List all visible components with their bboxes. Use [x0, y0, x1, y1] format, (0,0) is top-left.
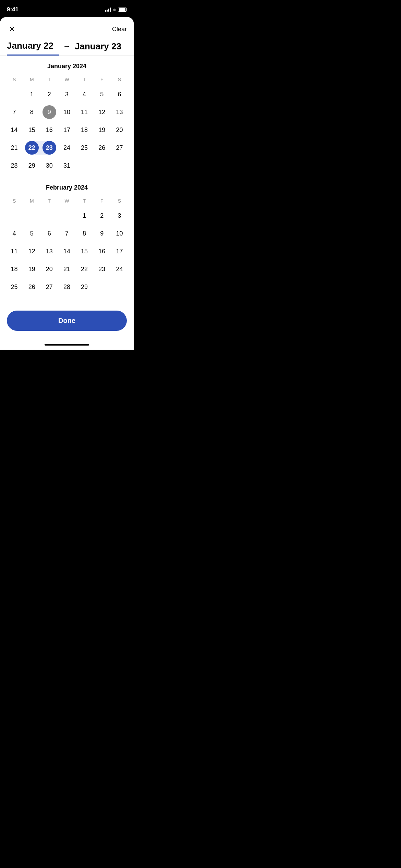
done-button[interactable]: Done [7, 311, 127, 331]
calendar-day[interactable]: 4 [8, 227, 21, 240]
calendar-day[interactable]: 10 [60, 105, 74, 119]
calendar-day[interactable]: 8 [77, 227, 91, 240]
calendar-day[interactable]: 2 [42, 87, 56, 101]
table-row: 25 [5, 279, 23, 295]
table-row: 4 [5, 226, 23, 241]
table-row: 25 [76, 140, 93, 156]
table-row: 27 [111, 140, 128, 156]
home-indicator [0, 341, 134, 350]
calendar-day[interactable]: 19 [25, 262, 39, 276]
calendar-day[interactable]: 28 [8, 159, 21, 172]
end-date-tab[interactable]: January 23 [75, 41, 127, 55]
calendar-day[interactable]: 5 [25, 227, 39, 240]
start-date-tab[interactable]: January 22 [7, 40, 59, 56]
table-row: 9 [40, 104, 58, 120]
calendar-day[interactable]: 22 [25, 141, 39, 155]
february-weekday-row: S M T W T F S [5, 197, 128, 205]
calendar-day[interactable]: 26 [25, 280, 39, 294]
calendar-day[interactable]: 23 [95, 262, 109, 276]
table-row: 20 [111, 122, 128, 138]
calendar-day[interactable]: 21 [8, 141, 21, 155]
status-icons: ⌾ [105, 7, 127, 12]
table-row: 12 [23, 243, 40, 259]
calendar-day[interactable]: 22 [77, 262, 91, 276]
calendar-day[interactable]: 16 [95, 244, 109, 258]
table-row: 3 [58, 86, 75, 102]
calendar-day[interactable]: 24 [60, 141, 74, 155]
calendar-day[interactable]: 29 [77, 280, 91, 294]
calendar-day[interactable]: 29 [25, 159, 39, 172]
clear-button[interactable]: Clear [112, 26, 127, 33]
table-row: 14 [5, 122, 23, 138]
calendar-day[interactable]: 23 [42, 141, 56, 155]
weekday-wed: W [58, 75, 75, 84]
calendar-day[interactable]: 12 [25, 244, 39, 258]
calendar-day[interactable]: 9 [42, 105, 56, 119]
calendar-day[interactable]: 20 [112, 123, 126, 137]
calendar-day[interactable]: 25 [8, 280, 21, 294]
calendar-day[interactable]: 5 [95, 87, 109, 101]
weekday-fri: F [93, 75, 111, 84]
calendar-day[interactable]: 26 [95, 141, 109, 155]
calendar-day[interactable]: 17 [60, 123, 74, 137]
table-row: 15 [76, 243, 93, 259]
calendar-day[interactable]: 2 [95, 209, 109, 222]
calendar-day[interactable]: 24 [112, 262, 126, 276]
table-row: 20 [40, 261, 58, 277]
calendar-day[interactable]: 21 [60, 262, 74, 276]
table-row: 7 [58, 226, 75, 241]
calendar-day[interactable]: 31 [60, 159, 74, 172]
calendar-day[interactable]: 16 [42, 123, 56, 137]
home-bar [45, 344, 89, 346]
calendar-day[interactable]: 11 [77, 105, 91, 119]
calendar-day[interactable]: 27 [42, 280, 56, 294]
table-row: 29 [76, 279, 93, 295]
calendar-day[interactable]: 7 [60, 227, 74, 240]
close-button[interactable]: ✕ [7, 24, 17, 34]
calendar-day[interactable]: 15 [77, 244, 91, 258]
calendar-day[interactable]: 7 [8, 105, 21, 119]
calendar-day[interactable]: 18 [8, 262, 21, 276]
calendar-day[interactable]: 8 [25, 105, 39, 119]
status-time: 9:41 [7, 6, 19, 13]
calendar-day[interactable]: 10 [112, 227, 126, 240]
calendar-day[interactable]: 3 [112, 209, 126, 222]
empty-cell [23, 208, 40, 224]
table-row: 19 [23, 261, 40, 277]
calendar-day[interactable]: 20 [42, 262, 56, 276]
table-row: 31 [58, 158, 75, 173]
table-row: 24 [111, 261, 128, 277]
calendar-day[interactable]: 27 [112, 141, 126, 155]
table-row: 6 [111, 86, 128, 102]
weekday-thu: T [76, 75, 93, 84]
table-row: 17 [111, 243, 128, 259]
calendar-day[interactable]: 14 [8, 123, 21, 137]
table-row: 1 [76, 208, 93, 224]
calendar-day[interactable]: 1 [25, 87, 39, 101]
weekday-sat: S [111, 75, 128, 84]
calendar-day[interactable]: 13 [112, 105, 126, 119]
calendar-day[interactable]: 1 [77, 209, 91, 222]
january-weekday-row: S M T W T F S [5, 75, 128, 84]
table-row: 24 [58, 140, 75, 156]
calendar-day[interactable]: 14 [60, 244, 74, 258]
calendar-day[interactable]: 13 [42, 244, 56, 258]
weekday-tue: T [40, 75, 58, 84]
calendar-day[interactable]: 9 [95, 227, 109, 240]
calendar-day[interactable]: 17 [112, 244, 126, 258]
calendar-day[interactable]: 30 [42, 159, 56, 172]
calendar-day[interactable]: 28 [60, 280, 74, 294]
calendar-day[interactable]: 3 [60, 87, 74, 101]
calendar-day[interactable]: 4 [77, 87, 91, 101]
table-row: 11 [5, 243, 23, 259]
calendar-day[interactable]: 19 [95, 123, 109, 137]
calendar-day[interactable]: 6 [42, 227, 56, 240]
calendar-day[interactable]: 12 [95, 105, 109, 119]
calendar-day[interactable]: 15 [25, 123, 39, 137]
calendar-day[interactable]: 11 [8, 244, 21, 258]
calendar-day[interactable]: 18 [77, 123, 91, 137]
table-row: 22 [76, 261, 93, 277]
calendar-day[interactable]: 6 [112, 87, 126, 101]
calendar-day[interactable]: 25 [77, 141, 91, 155]
table-row: 12 [93, 104, 111, 120]
